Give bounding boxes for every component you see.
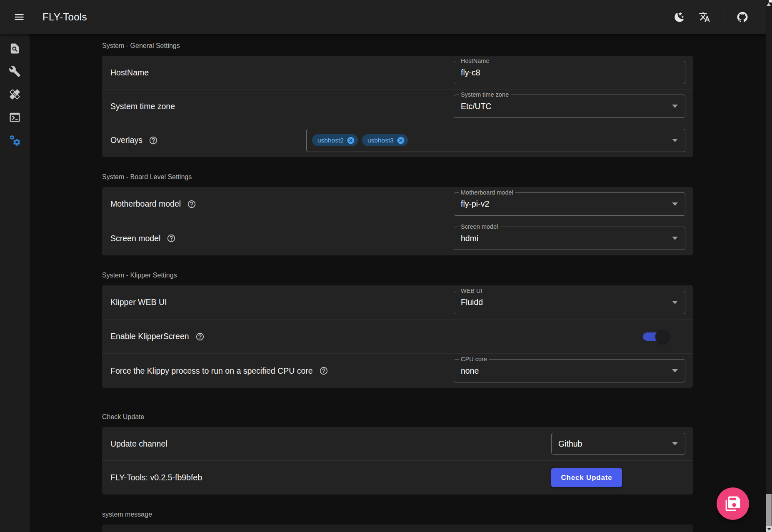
chevron-down-icon bbox=[672, 237, 678, 240]
appbar-divider bbox=[724, 11, 724, 23]
row-klipperscreen: Enable KlipperScreen bbox=[102, 320, 693, 354]
help-icon[interactable] bbox=[149, 136, 158, 145]
chevron-down-icon bbox=[672, 139, 678, 142]
webui-label: Klipper WEB UI bbox=[110, 297, 167, 307]
section-title-update: Check Update bbox=[102, 413, 766, 421]
klipperscreen-label: Enable KlipperScreen bbox=[110, 332, 189, 341]
card-check-update: Update channel Github FLY-Tools: v0.2.5-… bbox=[102, 427, 693, 495]
card-board-settings: Motherboard model Motherboard model fly-… bbox=[102, 187, 693, 255]
app-title: FLY-Tools bbox=[42, 11, 87, 23]
row-webui: Klipper WEB UI WEB UI Fluidd bbox=[102, 285, 693, 320]
row-hostname: HostName HostName fly-c8 bbox=[102, 56, 693, 90]
sidebar-item-wrench-icon[interactable] bbox=[0, 60, 30, 83]
motherboard-label: Motherboard model bbox=[110, 199, 181, 209]
translate-icon[interactable] bbox=[695, 8, 714, 26]
scrollbar-thumb[interactable] bbox=[766, 494, 772, 526]
overlays-label: Overlays bbox=[110, 135, 142, 145]
cpu-core-field-label: CPU core bbox=[459, 356, 489, 363]
help-icon[interactable] bbox=[187, 200, 196, 209]
cpu-core-select[interactable]: CPU core none bbox=[454, 359, 685, 382]
section-title-system-message: system message bbox=[102, 510, 766, 519]
scrollbar-down-button[interactable] bbox=[766, 526, 772, 532]
save-all-fab-button[interactable] bbox=[717, 487, 749, 520]
system-message-box bbox=[102, 525, 693, 532]
row-overlays: Overlays usbhost2 usbhost3 bbox=[102, 123, 693, 157]
screen-field-value: hdmi bbox=[461, 234, 478, 243]
hamburger-menu-icon[interactable] bbox=[11, 9, 27, 25]
sidebar-item-file-search-icon[interactable] bbox=[0, 37, 30, 60]
hostname-label: HostName bbox=[110, 68, 149, 77]
vertical-scrollbar[interactable] bbox=[766, 0, 772, 532]
scrollbar-down-arrow bbox=[767, 528, 771, 530]
overlay-chip: usbhost3 bbox=[362, 134, 408, 146]
motherboard-field-label: Motherboard model bbox=[459, 189, 515, 196]
scrollbar-top-corner bbox=[769, 0, 772, 2]
scrollbar-up-arrow[interactable] bbox=[767, 3, 771, 6]
help-icon[interactable] bbox=[195, 332, 205, 341]
hostname-input[interactable]: HostName fly-c8 bbox=[454, 61, 685, 84]
card-klipper-settings: Klipper WEB UI WEB UI Fluidd Enable Klip… bbox=[102, 285, 693, 388]
github-icon[interactable] bbox=[733, 8, 752, 26]
screen-model-select[interactable]: Screen model hdmi bbox=[454, 227, 685, 250]
motherboard-field-value: fly-pi-v2 bbox=[461, 199, 489, 209]
webui-field-value: Fluidd bbox=[461, 297, 483, 307]
app-bar: FLY-Tools bbox=[0, 0, 766, 34]
section-title-klipper: System - Klipper Settings bbox=[102, 271, 766, 280]
update-channel-value: Github bbox=[558, 439, 582, 449]
row-cpu-core: Force the Klippy process to run on a spe… bbox=[102, 354, 693, 388]
row-version: FLY-Tools: v0.2.5-fb9bfeb Check Update bbox=[102, 461, 693, 495]
check-update-button[interactable]: Check Update bbox=[551, 468, 622, 487]
update-channel-select[interactable]: Github bbox=[551, 433, 685, 455]
overlay-chip: usbhost2 bbox=[312, 134, 358, 146]
chevron-down-icon bbox=[672, 105, 678, 108]
screen-model-label: Screen model bbox=[110, 234, 160, 243]
save-all-icon bbox=[725, 496, 741, 512]
chevron-down-icon bbox=[672, 301, 678, 304]
row-screen-model: Screen model Screen model hdmi bbox=[102, 221, 693, 255]
sidebar-item-healing-icon[interactable] bbox=[0, 83, 30, 106]
cpu-core-label: Force the Klippy process to run on a spe… bbox=[110, 366, 313, 376]
section-title-general: System - General Settings bbox=[102, 42, 766, 50]
overlay-chip-label: usbhost2 bbox=[317, 137, 344, 144]
help-icon[interactable] bbox=[167, 234, 176, 243]
overlays-select[interactable]: usbhost2 usbhost3 bbox=[306, 129, 685, 152]
left-sidebar bbox=[0, 34, 30, 532]
webui-select[interactable]: WEB UI Fluidd bbox=[454, 291, 685, 314]
overlay-chip-label: usbhost3 bbox=[367, 137, 394, 144]
chevron-down-icon bbox=[672, 442, 678, 445]
chevron-down-icon bbox=[672, 202, 678, 206]
help-icon[interactable] bbox=[319, 366, 328, 375]
row-motherboard: Motherboard model Motherboard model fly-… bbox=[102, 187, 693, 221]
chip-close-icon[interactable] bbox=[397, 136, 405, 145]
chevron-down-icon bbox=[672, 369, 678, 372]
hostname-field-label: HostName bbox=[459, 57, 492, 65]
screen-field-label: Screen model bbox=[459, 223, 500, 230]
row-timezone: System time zone System time zone Etc/UT… bbox=[102, 90, 693, 123]
update-channel-label: Update channel bbox=[110, 439, 167, 449]
timezone-label: System time zone bbox=[110, 102, 175, 111]
sidebar-item-terminal-icon[interactable] bbox=[0, 106, 30, 129]
card-general-settings: HostName HostName fly-c8 System time zon… bbox=[102, 56, 693, 157]
motherboard-select[interactable]: Motherboard model fly-pi-v2 bbox=[454, 192, 685, 216]
section-title-board: System - Board Level Settings bbox=[102, 173, 766, 181]
klipperscreen-toggle[interactable] bbox=[643, 332, 662, 341]
timezone-field-value: Etc/UTC bbox=[461, 102, 492, 111]
timezone-field-label: System time zone bbox=[459, 91, 511, 98]
sidebar-item-settings-cogs-icon[interactable] bbox=[0, 129, 30, 152]
webui-field-label: WEB UI bbox=[459, 287, 485, 295]
version-text: FLY-Tools: v0.2.5-fb9bfeb bbox=[110, 473, 202, 482]
chip-close-icon[interactable] bbox=[347, 136, 355, 145]
main-content: System - General Settings HostName HostN… bbox=[30, 34, 766, 532]
timezone-select[interactable]: System time zone Etc/UTC bbox=[454, 95, 685, 118]
cpu-core-field-value: none bbox=[461, 366, 479, 376]
hostname-field-value: fly-c8 bbox=[461, 68, 480, 77]
row-update-channel: Update channel Github bbox=[102, 427, 693, 461]
toggle-thumb bbox=[655, 330, 670, 344]
dark-mode-icon[interactable] bbox=[670, 8, 689, 26]
